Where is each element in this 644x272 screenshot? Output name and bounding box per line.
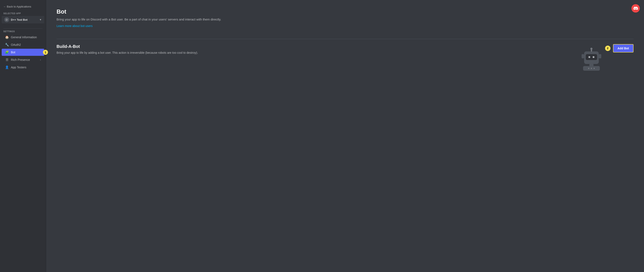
settings-label: SETTINGS	[0, 30, 46, 33]
main-content: Bot Bring your app to life on Discord wi…	[46, 0, 644, 272]
sidebar-item-oauth2[interactable]: 🔧 OAuth2	[2, 41, 44, 48]
page-subtitle: Bring your app to life on Discord with a…	[56, 17, 245, 22]
sidebar-item-label: Rich Presence	[11, 58, 30, 61]
svg-point-14	[594, 68, 595, 69]
sidebar-item-label: General Information	[11, 35, 37, 39]
svg-point-3	[588, 56, 590, 58]
svg-point-12	[588, 68, 589, 69]
add-bot-wrapper: 2 Add Bot	[605, 44, 634, 52]
list-icon: ☰	[5, 58, 9, 62]
annotation-badge-2: 2	[605, 46, 610, 51]
person-icon: 👤	[5, 65, 9, 69]
section-divider	[56, 39, 634, 39]
sidebar-item-label: OAuth2	[11, 43, 21, 46]
build-a-bot-description: Bring your app to life by adding a bot u…	[56, 51, 199, 55]
app-name: D++ Test Bot	[11, 18, 28, 21]
discord-logo	[632, 4, 640, 12]
app-avatar: D	[4, 17, 9, 22]
selected-app-label: SELECTED APP	[0, 12, 46, 15]
build-a-bot-title: Build-A-Bot	[56, 44, 578, 49]
home-icon: 🏠	[5, 35, 9, 39]
sidebar: ← Back to Applications SELECTED APP D D+…	[0, 0, 46, 272]
svg-point-5	[593, 56, 594, 58]
build-a-bot-left: Build-A-Bot Bring your app to life by ad…	[56, 44, 578, 55]
back-to-applications-link[interactable]: ← Back to Applications	[0, 3, 46, 10]
puzzle-icon: 🧩	[5, 50, 9, 54]
annotation-badge-1: 1	[43, 50, 48, 55]
page-title: Bot	[56, 8, 634, 15]
sidebar-item-app-testers[interactable]: 👤 App Testers	[2, 64, 44, 71]
sidebar-item-rich-presence[interactable]: ☰ Rich Presence ›	[2, 56, 44, 63]
svg-rect-1	[586, 54, 597, 60]
chevron-right-icon: ›	[40, 59, 41, 61]
sidebar-item-label: Bot	[11, 51, 15, 54]
wrench-icon: 🔧	[5, 43, 9, 47]
svg-rect-8	[582, 54, 584, 58]
svg-rect-9	[599, 54, 601, 58]
app-avatar-icon: D	[6, 18, 8, 21]
svg-rect-10	[589, 64, 594, 66]
sidebar-item-bot[interactable]: 🧩 Bot 1	[2, 49, 44, 56]
svg-point-13	[591, 68, 592, 69]
sidebar-item-label: App Testers	[11, 66, 26, 69]
svg-point-7	[590, 48, 592, 50]
add-bot-button[interactable]: Add Bot	[613, 44, 634, 52]
sidebar-item-general-information[interactable]: 🏠 General Information	[2, 34, 44, 41]
learn-more-link[interactable]: Learn more about bot users	[56, 24, 92, 28]
chevron-down-icon: ▼	[39, 18, 42, 21]
sidebar-divider	[3, 28, 42, 29]
robot-illustration	[578, 46, 605, 73]
build-a-bot-section: Build-A-Bot Bring your app to life by ad…	[56, 44, 634, 73]
app-selector[interactable]: D D++ Test Bot ▼	[2, 16, 44, 23]
